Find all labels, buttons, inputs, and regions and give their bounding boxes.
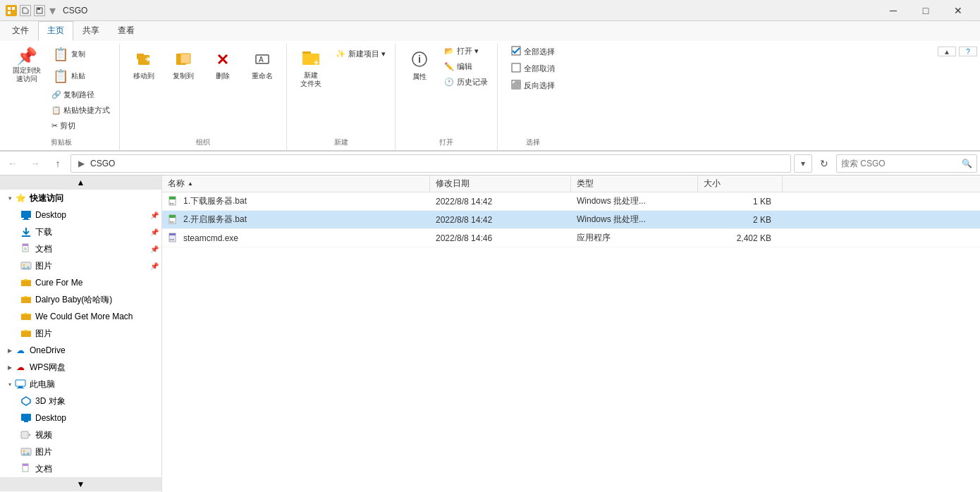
sidebar-item-pictures2[interactable]: 图片	[0, 325, 161, 342]
file-cell-date: 2022/8/8 14:42	[430, 215, 571, 225]
refresh-button[interactable]: ↻	[815, 154, 833, 173]
col-header-type[interactable]: 类型	[571, 176, 698, 192]
col-header-date[interactable]: 修改日期	[430, 176, 571, 192]
sidebar-label-we-could: We Could Get More Mach	[35, 312, 133, 321]
forward-button[interactable]: →	[25, 154, 45, 173]
sidebar-label-docs: 文档	[35, 243, 52, 255]
table-row[interactable]: bat 1.下载服务器.bat 2022/8/8 14:42 Windows 批…	[162, 192, 980, 211]
paste-shortcut-button[interactable]: 📋 粘贴快捷方式	[48, 103, 114, 118]
properties-button[interactable]: 属性	[401, 44, 438, 87]
new-item-button[interactable]: ✨ 新建项目 ▾	[332, 47, 389, 61]
sidebar-scroll-down[interactable]: ▼	[0, 477, 161, 491]
copy-path-button[interactable]: 🔗 复制路径	[48, 87, 114, 102]
sidebar-item-3d[interactable]: 3D 对象	[0, 393, 161, 410]
delete-button[interactable]: 删除	[204, 44, 241, 87]
select-all-button[interactable]: 全部选择	[508, 44, 558, 59]
sidebar-scroll-up[interactable]: ▲	[0, 176, 161, 190]
back-button[interactable]: ←	[3, 154, 23, 173]
this-pc-icon	[14, 378, 27, 390]
sidebar-item-docs[interactable]: 文档 📌	[0, 240, 161, 257]
ribbon-content: 📌 固定到快速访问 📋 复制 📋	[0, 41, 980, 151]
bat-file-icon: bat	[168, 196, 179, 207]
pictures-icon	[20, 259, 32, 272]
file-cell-size: 2 KB	[698, 215, 783, 225]
sidebar-label-quick-access: 快速访问	[30, 192, 63, 204]
select-none-icon	[511, 63, 521, 74]
sidebar-item-dalryo[interactable]: Dalryo Baby(哈哈嗨)	[0, 291, 161, 308]
sidebar-item-desktop[interactable]: Desktop 📌	[0, 207, 161, 223]
help-button[interactable]: ?	[959, 47, 977, 56]
save-icon	[34, 5, 45, 16]
address-path[interactable]: ▶ CSGO	[71, 154, 791, 173]
3d-icon	[20, 395, 32, 407]
tab-home[interactable]: 主页	[38, 21, 73, 41]
sidebar-item-this-pc[interactable]: ▾ 此电脑	[0, 376, 161, 393]
expand-icon: ▾	[6, 194, 14, 202]
col-header-name[interactable]: 名称 ▲	[162, 176, 430, 192]
tab-view[interactable]: 查看	[109, 21, 144, 41]
table-row[interactable]: exe steamcmd.exe 2022/8/8 14:46 应用程序 2,4…	[162, 229, 980, 247]
file-cell-type: 应用程序	[571, 232, 698, 244]
copy-to-button[interactable]: 复制到	[165, 44, 202, 87]
col-header-size[interactable]: 大小	[698, 176, 783, 192]
sidebar-item-desktop2[interactable]: Desktop	[0, 410, 161, 426]
tab-file[interactable]: 文件	[3, 21, 38, 41]
edit-button[interactable]: ✏️ 编辑	[441, 59, 491, 74]
pictures2-folder-icon	[20, 327, 32, 340]
svg-rect-26	[23, 244, 28, 246]
minimize-button[interactable]: ─	[877, 0, 909, 21]
sidebar-item-cure-for-me[interactable]: Cure For Me	[0, 274, 161, 291]
search-input[interactable]	[841, 159, 962, 168]
sidebar-label-pictures2: 图片	[35, 328, 52, 340]
copy-button[interactable]: 📋 复制	[48, 44, 90, 65]
table-row[interactable]: bat 2.开启服务器.bat 2022/8/8 14:42 Windows 批…	[162, 211, 980, 229]
file-cell-date: 2022/8/8 14:46	[430, 233, 571, 243]
rename-button[interactable]: A 重命名	[244, 44, 281, 87]
up-button[interactable]: ↑	[48, 154, 68, 173]
search-box: 🔍	[836, 154, 977, 173]
sidebar-item-onedrive[interactable]: ▶ ☁ OneDrive	[0, 342, 161, 359]
sidebar-item-downloads[interactable]: 下载 📌	[0, 223, 161, 240]
ribbon-collapse-button[interactable]: ▲	[938, 47, 956, 56]
paste-button[interactable]: 📋 粘贴	[48, 66, 90, 87]
dropdown-arrow-icon[interactable]: ▾	[49, 3, 56, 18]
sidebar-label-desktop2: Desktop	[35, 413, 66, 423]
sidebar-label-wps: WPS网盘	[30, 362, 66, 374]
select-none-button[interactable]: 全部取消	[508, 61, 558, 76]
address-dropdown[interactable]: ▾	[794, 154, 812, 173]
invert-select-button[interactable]: 反向选择	[508, 78, 558, 93]
file-cell-type: Windows 批处理...	[571, 195, 698, 207]
tab-share[interactable]: 共享	[73, 21, 109, 41]
sidebar-item-pictures3[interactable]: 图片	[0, 443, 161, 460]
ribbon-group-select: 全部选择 全部取消 反向选择 选择	[498, 44, 568, 150]
move-to-button[interactable]: 移动到	[125, 44, 162, 87]
paste-shortcut-label: 📋 粘贴快捷方式	[51, 105, 110, 116]
sidebar-item-docs2[interactable]: 文档	[0, 460, 161, 477]
sidebar-label-downloads: 下载	[35, 226, 52, 238]
maximize-button[interactable]: □	[909, 0, 942, 21]
sidebar-item-videos[interactable]: 视频	[0, 426, 161, 443]
sidebar-label-desktop: Desktop	[35, 210, 66, 220]
file-list: 名称 ▲ 修改日期 类型 大小 bat	[162, 176, 980, 492]
svg-rect-47	[169, 215, 176, 218]
docs2-icon	[20, 462, 32, 475]
cut-button[interactable]: ✂ 剪切	[48, 118, 114, 133]
sidebar-item-we-could[interactable]: We Could Get More Mach	[0, 308, 161, 325]
new-folder-button[interactable]: + 新建文件夹	[293, 44, 329, 92]
sidebar-item-quick-access[interactable]: ▾ ⭐ 快速访问	[0, 190, 161, 207]
select-none-label: 全部取消	[524, 63, 555, 74]
file-cell-name: bat 1.下载服务器.bat	[162, 195, 430, 207]
svg-point-30	[23, 264, 25, 266]
close-button[interactable]: ✕	[942, 0, 974, 21]
copy-to-icon	[175, 51, 192, 70]
edit-icon: ✏️	[444, 62, 454, 71]
pin-to-quickaccess-button[interactable]: 📌 固定到快速访问	[8, 44, 45, 87]
sidebar-item-wps[interactable]: ▶ ☁ WPS网盘	[0, 359, 161, 376]
new-item-icon: ✨	[336, 49, 345, 59]
pin-downloads-icon: 📌	[150, 228, 159, 236]
sidebar-item-pictures[interactable]: 图片 📌	[0, 257, 161, 274]
open-button[interactable]: 📂 打开 ▾	[441, 44, 491, 59]
organize-group-label: 组织	[125, 136, 281, 150]
new-item-label: 新建项目 ▾	[348, 49, 386, 59]
history-button[interactable]: 🕐 历史记录	[441, 75, 491, 90]
